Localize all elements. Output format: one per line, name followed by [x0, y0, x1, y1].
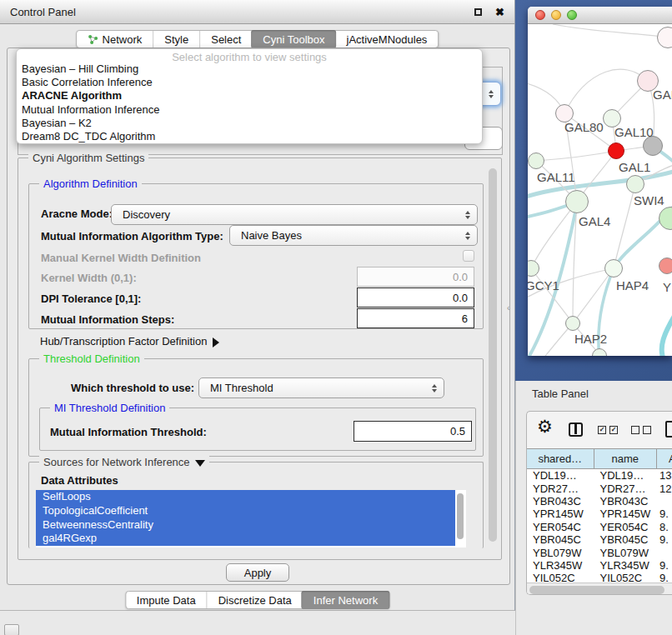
attributes-scrollbar-thumb[interactable]: [457, 493, 464, 539]
attribute-item-selfloops[interactable]: SelfLoops: [36, 490, 455, 504]
table-hscroll-thumb[interactable]: [529, 586, 664, 594]
dropdown-item-aracne-algorithm[interactable]: ARACNE Algorithm: [17, 89, 482, 102]
node-label-gal11: GAL11: [537, 170, 575, 184]
data-attributes-label: Data Attributes: [41, 474, 118, 487]
table-cell: YDL19…: [594, 469, 658, 482]
aracne-mode-label: Aracne Mode:: [41, 208, 113, 220]
sources-group-title[interactable]: Sources for Network Inference: [39, 456, 209, 468]
dropdown-item-dream8-dc-tdc-algorithm[interactable]: Dream8 DC_TDC Algorithm: [17, 130, 482, 143]
aracne-mode-combo[interactable]: Discovery: [111, 204, 478, 225]
top-tabstrip: NetworkStyleSelectCyni ToolboxjActiveMNo…: [76, 30, 439, 48]
node-label-hap2: HAP2: [574, 332, 607, 346]
gear-icon[interactable]: ⚙: [537, 418, 553, 435]
which-threshold-combo[interactable]: MI Threshold: [198, 378, 444, 398]
node-y[interactable]: [659, 258, 672, 274]
table-row-ydl19[interactable]: YDL19…YDL19…13: [527, 469, 672, 482]
new-table-icon[interactable]: [665, 421, 672, 438]
apply-button[interactable]: Apply: [226, 563, 289, 582]
mi-steps-label: Mutual Information Steps:: [41, 313, 174, 326]
float-panel-icon[interactable]: [474, 8, 482, 16]
tab-impute-data[interactable]: Impute Data: [126, 592, 207, 608]
column-header-2[interactable]: name: [594, 449, 658, 468]
settings-vertical-scrollbar[interactable]: [489, 168, 497, 542]
mi-algorithm-type-combo[interactable]: Naive Bayes: [229, 225, 478, 246]
table-row-ybr045c[interactable]: YBR045CYBR045C9.: [527, 533, 672, 546]
algorithm-definition-group: Algorithm Definition Aracne Mode: Discov…: [28, 183, 484, 329]
attributes-scrollbar[interactable]: [455, 490, 466, 548]
tab-discretize-data[interactable]: Discretize Data: [207, 592, 303, 608]
node-gal4[interactable]: [565, 190, 589, 213]
close-panel-icon[interactable]: ✖: [495, 7, 504, 18]
table-row-ypr145w[interactable]: YPR145WYPR145W9.: [527, 508, 672, 520]
node-hap4[interactable]: [604, 259, 623, 278]
table-cell: YBR043C: [594, 495, 658, 508]
table-toolbar: ⚙ ✓ ✓: [527, 412, 672, 448]
table-cell: YLR345W: [594, 559, 658, 572]
column-view-icon[interactable]: [569, 422, 583, 437]
tab-select[interactable]: Select: [199, 31, 252, 48]
mi-steps-field[interactable]: 6: [357, 308, 474, 328]
manual-kernel-label: Manual Kernel Width Definition: [41, 252, 201, 264]
sources-group: Sources for Network Inference Data Attri…: [28, 462, 484, 548]
table-cell: YPR145W: [594, 508, 658, 520]
attribute-item-gal4rgexp[interactable]: gal4RGexp: [36, 532, 455, 546]
tab-network[interactable]: Network: [77, 31, 153, 48]
network-canvas[interactable]: GALGAL80GAL10GAL1GAL11SWI4GAL4GCY1HAP4YH…: [528, 24, 672, 356]
threshold-definition-title: Threshold Definition: [39, 352, 144, 365]
deselect-all-icon[interactable]: [631, 426, 651, 434]
manual-kernel-checkbox[interactable]: [463, 250, 474, 262]
table-cell: YLR345W: [527, 559, 594, 572]
tab-label: Discretize Data: [218, 594, 292, 607]
mi-threshold-definition-title: MI Threshold Definition: [50, 402, 169, 414]
dropdown-item-basic-correlation-inference[interactable]: Basic Correlation Inference: [17, 76, 482, 89]
control-panel-window: Control Panel ✖ NetworkStyleSelectCyni T…: [0, 0, 515, 611]
node-label-y: Y: [663, 280, 671, 294]
tab-cyni-toolbox[interactable]: Cyni Toolbox: [251, 30, 336, 48]
table-horizontal-scrollbar[interactable]: [527, 582, 672, 595]
dpi-tolerance-label: DPI Tolerance [0,1]:: [41, 292, 141, 305]
table-row-ylr345w[interactable]: YLR345WYLR345W9.: [527, 559, 672, 572]
table-cell: 9.: [657, 533, 672, 546]
which-threshold-value: MI Threshold: [210, 382, 273, 394]
minimize-window-icon[interactable]: [551, 10, 561, 20]
mi-steps-value: 6: [462, 312, 468, 325]
attribute-item-betweennesscentrality[interactable]: BetweennessCentrality: [36, 518, 455, 532]
settings-group-title: Cyni Algorithm Settings: [28, 152, 148, 164]
node-gal1[interactable]: [608, 142, 624, 159]
network-window-titlebar[interactable]: [528, 7, 672, 24]
attribute-item-topologicalcoefficient[interactable]: TopologicalCoefficient: [36, 504, 455, 518]
mi-type-label: Mutual Information Algorithm Type:: [41, 230, 223, 242]
close-window-icon[interactable]: [535, 10, 545, 20]
select-all-icon[interactable]: ✓ ✓: [598, 426, 618, 434]
table-row-ybr043c[interactable]: YBR043CYBR043C: [527, 495, 672, 508]
dpi-tolerance-field[interactable]: 0.0: [357, 288, 474, 308]
dropdown-item-bayesian-k2[interactable]: Bayesian – K2: [17, 117, 482, 130]
node-swi4[interactable]: [626, 175, 644, 193]
table-cell: YBR045C: [594, 533, 658, 546]
hub-definition-toggle[interactable]: Hub/Transcription Factor Definition: [40, 335, 219, 348]
aracne-mode-value: Discovery: [123, 208, 170, 221]
node-hap2[interactable]: [565, 316, 580, 331]
control-panel-title: Control Panel: [10, 6, 76, 18]
table-row-ydr27[interactable]: YDR27…YDR27…12: [527, 482, 672, 494]
dropdown-item-mutual-information-inference[interactable]: Mutual Information Inference: [17, 103, 482, 117]
tab-jactivemnodules[interactable]: jActiveMNodules: [336, 31, 439, 48]
table-cell: 13: [657, 469, 672, 482]
tab-label: jActiveMNodules: [347, 33, 428, 46]
minimized-panel-button[interactable]: [4, 624, 19, 635]
zoom-window-icon[interactable]: [567, 10, 577, 20]
panel-resize-grip[interactable]: ‹: [507, 303, 509, 312]
column-header-1[interactable]: shared…: [527, 449, 594, 468]
tab-infer-network[interactable]: Infer Network: [302, 591, 389, 609]
node-label-gal: GAL: [653, 88, 672, 102]
column-header-3[interactable]: A: [657, 449, 672, 468]
kernel-width-field[interactable]: 0.0: [357, 267, 474, 287]
mi-threshold-field[interactable]: 0.5: [354, 421, 472, 442]
dropdown-item-bayesian-hill-climbing[interactable]: Bayesian – Hill Climbing: [17, 62, 482, 76]
network-view-window: GALGAL80GAL10GAL1GAL11SWI4GAL4GCY1HAP4YH…: [528, 7, 672, 356]
table-row-ybl079w[interactable]: YBL079WYBL079W: [527, 546, 672, 558]
table-body: YDL19…YDL19…13YDR27…YDR27…12YBR043CYBR04…: [527, 469, 672, 585]
tab-style[interactable]: Style: [153, 31, 199, 48]
table-row-yer054c[interactable]: YER054CYER054C8.: [527, 521, 672, 533]
node-gal11[interactable]: [528, 152, 544, 169]
